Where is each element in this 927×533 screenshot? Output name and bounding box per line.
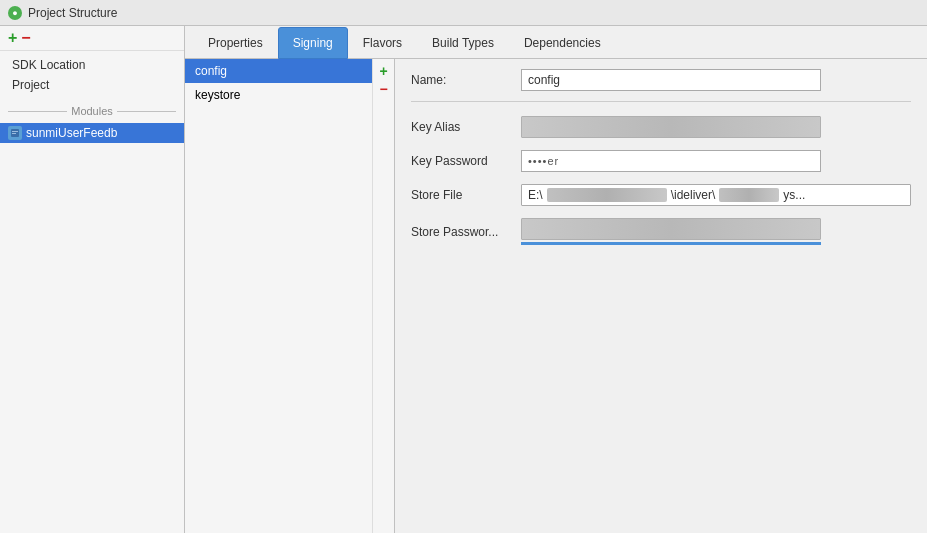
remove-button[interactable]: − (21, 30, 30, 46)
key-alias-label: Key Alias (411, 120, 521, 134)
key-alias-row: Key Alias (411, 116, 911, 138)
window-title: Project Structure (28, 6, 117, 20)
tab-signing[interactable]: Signing (278, 27, 348, 59)
sidebar-item-project[interactable]: Project (0, 75, 184, 95)
name-input[interactable] (521, 69, 821, 91)
content-area: config keystore + − Name: (185, 59, 927, 533)
app-icon: ● (8, 6, 22, 20)
store-file-suffix: \ideliver\ (671, 188, 716, 202)
svg-rect-1 (12, 131, 18, 132)
key-password-row: Key Password ••••er (411, 150, 911, 172)
svg-rect-2 (12, 133, 16, 134)
store-password-underline (521, 242, 821, 245)
add-button[interactable]: + (8, 30, 17, 46)
config-add-button[interactable]: + (376, 63, 390, 79)
name-row: Name: (411, 69, 911, 102)
form-area: Name: Key Alias Key Password ••••er (395, 59, 927, 533)
key-password-dots: ••••er (528, 155, 559, 167)
store-password-input[interactable] (521, 218, 821, 240)
tab-build-types[interactable]: Build Types (417, 27, 509, 59)
key-password-input[interactable]: ••••er (521, 150, 821, 172)
config-panel: config keystore + − (185, 59, 395, 533)
store-file-row: Store File E:\ \ideliver\ ys... (411, 184, 911, 206)
left-toolbar: + − (0, 26, 184, 51)
sidebar-item-sdk-location[interactable]: SDK Location (0, 55, 184, 75)
left-nav: SDK Location Project (0, 51, 184, 99)
name-label: Name: (411, 73, 521, 87)
store-password-label: Store Passwor... (411, 225, 521, 239)
store-file-label: Store File (411, 188, 521, 202)
tab-dependencies[interactable]: Dependencies (509, 27, 616, 59)
right-panel: Properties Signing Flavors Build Types D… (185, 26, 927, 533)
list-actions: + − (372, 59, 394, 533)
tab-flavors[interactable]: Flavors (348, 27, 417, 59)
main-container: + − SDK Location Project Modules sunmiUs… (0, 26, 927, 533)
store-file-blur-1 (547, 188, 667, 202)
store-file-blur-2 (719, 188, 779, 202)
key-alias-input[interactable] (521, 116, 821, 138)
tab-properties[interactable]: Properties (193, 27, 278, 59)
sidebar-item-module[interactable]: sunmiUserFeedb (0, 123, 184, 143)
config-list-wrapper: config keystore + − (185, 59, 394, 533)
store-file-input[interactable]: E:\ \ideliver\ ys... (521, 184, 911, 206)
title-bar: ● Project Structure (0, 0, 927, 26)
store-file-prefix: E:\ (528, 188, 543, 202)
config-item-config[interactable]: config (185, 59, 372, 83)
config-remove-button[interactable]: − (376, 81, 390, 97)
store-password-wrapper (521, 218, 821, 245)
module-icon (8, 126, 22, 140)
key-password-label: Key Password (411, 154, 521, 168)
config-list: config keystore (185, 59, 372, 533)
left-panel: + − SDK Location Project Modules sunmiUs… (0, 26, 185, 533)
store-password-row: Store Passwor... (411, 218, 911, 245)
modules-section-divider: Modules (0, 99, 184, 123)
tabs-bar: Properties Signing Flavors Build Types D… (185, 26, 927, 59)
config-item-keystore[interactable]: keystore (185, 83, 372, 107)
store-file-ext: ys... (783, 188, 805, 202)
